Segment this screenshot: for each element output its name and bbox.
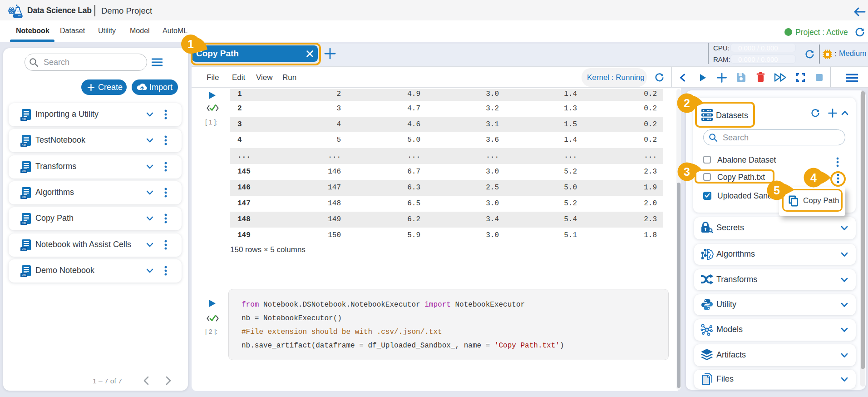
svg-text:1: 1 — [187, 38, 194, 50]
svg-text:<o: <o — [22, 195, 26, 199]
svg-text:<o: <o — [22, 273, 26, 277]
svg-text:2: 2 — [684, 97, 690, 109]
svg-text:<o: <o — [22, 169, 26, 173]
svg-text:<o: <o — [22, 143, 26, 147]
svg-text:5: 5 — [774, 184, 780, 197]
svg-text:4: 4 — [810, 171, 817, 184]
svg-text:<o: <o — [22, 117, 26, 121]
svg-text:<o: <o — [22, 248, 26, 251]
svg-text:<o: <o — [22, 221, 26, 225]
svg-text:3: 3 — [684, 165, 690, 178]
